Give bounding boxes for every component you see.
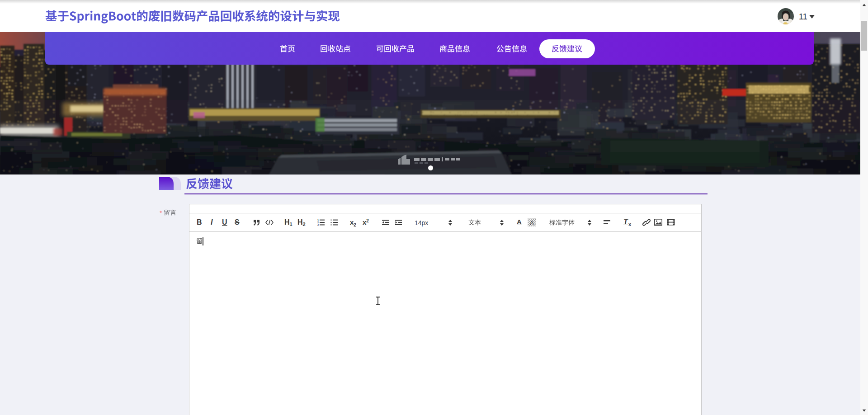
svg-text:3: 3	[317, 223, 319, 226]
